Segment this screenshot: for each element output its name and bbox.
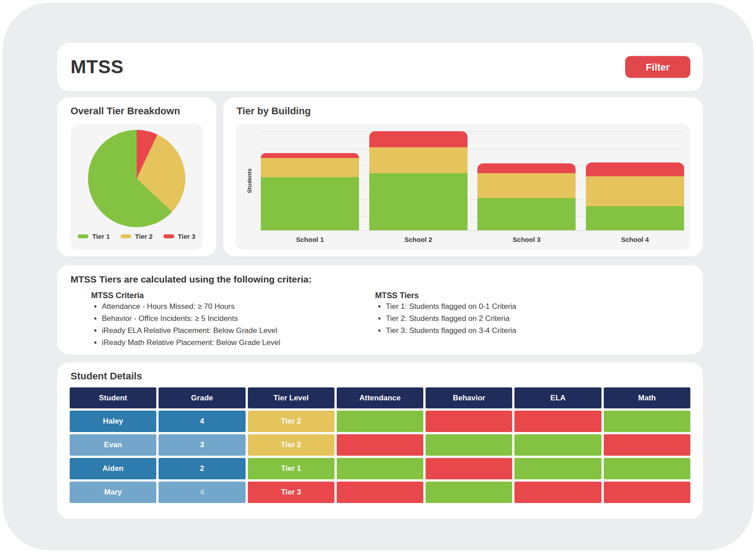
- filter-button[interactable]: Filter: [625, 56, 690, 78]
- math-status-cell: [604, 458, 690, 479]
- student-name-cell: Aiden: [70, 458, 156, 479]
- bar-segment-tier1: [261, 177, 359, 230]
- legend-item-tier1: Tier 1: [78, 233, 110, 240]
- attendance-status-cell: [337, 411, 423, 432]
- tier-level-cell: Tier 1: [248, 458, 334, 479]
- criteria-bullet-list: Attendance - Hours Missed: ≥ 70 HoursBeh…: [91, 302, 280, 347]
- column-header-tier-level: Tier Level: [248, 387, 334, 408]
- header-card: MTSS Filter: [57, 43, 703, 91]
- bar-segment-tier3: [586, 162, 684, 176]
- bar-segment-tier2: [369, 147, 468, 173]
- bar-segment-tier2: [261, 158, 359, 177]
- legend-label: Tier 2: [135, 233, 153, 240]
- tier-level-cell: Tier 2: [248, 411, 334, 432]
- x-axis-label: School 1: [261, 236, 359, 243]
- table-title: Student Details: [71, 370, 142, 382]
- criteria-subtitle: MTSS Criteria: [91, 291, 280, 300]
- bar-school-3: School 3: [477, 131, 576, 230]
- stacked-bars: School 1School 2School 3School 4: [261, 131, 684, 230]
- legend-label: Tier 3: [178, 233, 196, 240]
- mtss-dashboard: MTSS Filter Overall Tier Breakdown Tier …: [0, 0, 756, 553]
- legend-label: Tier 1: [92, 233, 110, 240]
- pie-legend: Tier 1Tier 2Tier 3: [71, 233, 203, 240]
- tiers-subtitle: MTSS Tiers: [375, 291, 516, 300]
- bullet-item: iReady ELA Relative Placement: Below Gra…: [102, 326, 280, 335]
- ela-status-cell: [514, 482, 601, 503]
- bar-stack: [477, 163, 576, 230]
- column-header-behavior: Behavior: [426, 387, 512, 408]
- grade-value: 4: [200, 417, 204, 426]
- bar-school-1: School 1: [261, 131, 359, 230]
- x-axis-label: School 2: [369, 236, 468, 243]
- ela-status-cell: [514, 434, 601, 456]
- math-status-cell: [604, 482, 690, 503]
- column-header-student: Student: [70, 387, 156, 408]
- attendance-status-cell: [337, 482, 423, 503]
- grade-cell: 4: [159, 482, 245, 503]
- student-name-cell: Evan: [70, 434, 156, 456]
- grade-value: 4: [200, 488, 204, 497]
- tier-level-cell: Tier 3: [248, 482, 334, 503]
- ela-status-cell: [514, 411, 601, 432]
- bullet-item: Attendance - Hours Missed: ≥ 70 Hours: [102, 302, 280, 311]
- y-axis-label: Students: [246, 168, 253, 193]
- behavior-status-cell: [426, 482, 512, 503]
- overall-tier-breakdown-card: Overall Tier Breakdown Tier 1Tier 2Tier …: [57, 97, 216, 256]
- bar-segment-tier3: [261, 153, 359, 158]
- math-status-cell: [604, 434, 690, 456]
- column-header-attendance: Attendance: [337, 387, 423, 408]
- student-details-table: StudentGradeTier LevelAttendanceBehavior…: [70, 387, 690, 503]
- tiers-bullet-list: Tier 1: Students flagged on 0-1 Criteria…: [375, 302, 516, 335]
- criteria-card: MTSS Tiers are calculated using the foll…: [57, 265, 703, 354]
- student-details-card: Student Details StudentGradeTier LevelAt…: [57, 362, 703, 519]
- student-name-cell: Haley: [70, 411, 156, 432]
- bullet-item: Tier 3: Students flagged on 3-4 Criteria: [386, 326, 516, 335]
- legend-item-tier2: Tier 2: [121, 233, 153, 240]
- x-axis-label: School 4: [586, 236, 684, 243]
- grade-cell: 3: [159, 434, 245, 456]
- bar-segment-tier2: [586, 176, 684, 206]
- tier-level-cell: Tier 2: [248, 434, 334, 456]
- grade-cell: 4: [159, 411, 245, 432]
- behavior-status-cell: [426, 434, 512, 456]
- criteria-list-section: MTSS Criteria Attendance - Hours Missed:…: [91, 291, 280, 350]
- bar-segment-tier1: [369, 173, 468, 230]
- ela-status-cell: [514, 458, 601, 479]
- student-name-cell: Mary: [70, 482, 156, 503]
- attendance-status-cell: [337, 434, 423, 456]
- tiers-list-section: MTSS Tiers Tier 1: Students flagged on 0…: [375, 291, 516, 338]
- grade-value: 3: [200, 441, 204, 449]
- bullet-item: Tier 1: Students flagged on 0-1 Criteria: [386, 302, 516, 311]
- bar-segment-tier1: [477, 198, 576, 230]
- bar-segment-tier3: [477, 163, 576, 173]
- tier-by-building-card: Tier by Building Students School 1School…: [223, 97, 703, 256]
- bar-segment-tier1: [586, 206, 684, 230]
- bullet-item: Behavior - Office Incidents: ≥ 5 Inciden…: [102, 314, 280, 323]
- bar-segment-tier2: [477, 173, 576, 198]
- behavior-status-cell: [426, 411, 512, 432]
- page-title: MTSS: [71, 56, 124, 78]
- legend-item-tier3: Tier 3: [163, 233, 196, 240]
- legend-swatch-tier1-icon: [78, 234, 88, 238]
- legend-swatch-tier2-icon: [121, 234, 131, 238]
- legend-swatch-tier3-icon: [163, 234, 174, 238]
- bar-plot-area: School 1School 2School 3School 4: [261, 131, 684, 231]
- math-status-cell: [604, 411, 690, 432]
- bar-stack: [369, 131, 468, 230]
- pie-chart-title: Overall Tier Breakdown: [71, 105, 180, 117]
- tier-breakdown-pie-chart: [88, 130, 185, 227]
- x-axis-label: School 3: [477, 236, 576, 243]
- behavior-status-cell: [426, 458, 512, 479]
- attendance-status-cell: [337, 458, 423, 479]
- bar-stack: [586, 162, 684, 230]
- bar-chart-title: Tier by Building: [237, 105, 311, 117]
- bar-stack: [261, 153, 359, 230]
- bar-segment-tier3: [369, 131, 468, 147]
- grade-cell: 2: [159, 458, 245, 479]
- bullet-item: iReady Math Relative Placement: Below Gr…: [102, 338, 280, 347]
- bar-chart-panel: Students School 1School 2School 3School …: [236, 124, 690, 250]
- bar-school-2: School 2: [369, 131, 468, 230]
- column-header-ela: ELA: [514, 387, 601, 408]
- column-header-math: Math: [604, 387, 690, 408]
- bullet-item: Tier 2: Students flagged on 2 Criteria: [386, 314, 516, 323]
